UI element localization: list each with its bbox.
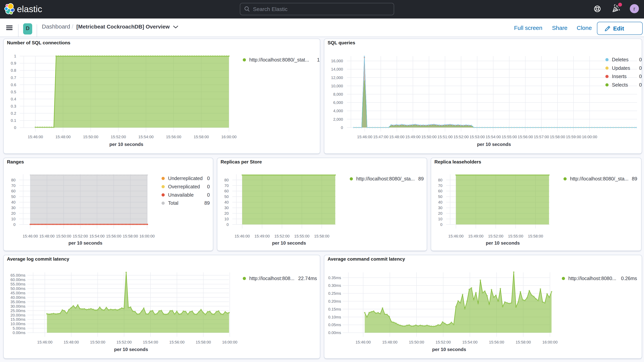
svg-text:r: r <box>634 6 635 12</box>
svg-text:Share: Share <box>552 25 568 31</box>
svg-text:Full screen: Full screen <box>514 25 542 31</box>
svg-text:Clone: Clone <box>577 25 592 31</box>
svg-text:/: / <box>72 24 74 30</box>
svg-text:Edit: Edit <box>613 25 624 32</box>
svg-text:elastic: elastic <box>17 4 42 14</box>
svg-text:Search Elastic: Search Elastic <box>253 6 288 12</box>
svg-text:[Metricbeat CockroachDB] Overv: [Metricbeat CockroachDB] Overview <box>76 24 170 30</box>
svg-text:Dashboard: Dashboard <box>42 23 70 30</box>
svg-text:D: D <box>26 26 30 31</box>
